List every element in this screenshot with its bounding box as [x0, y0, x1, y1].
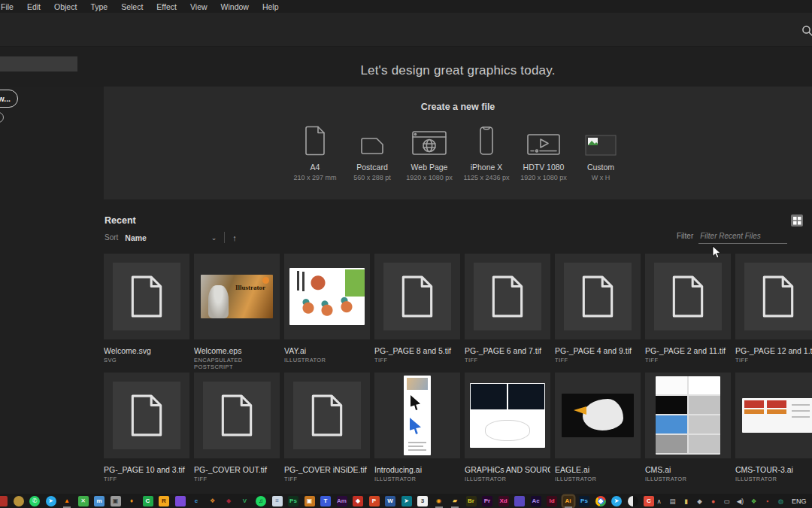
app-am-purple-icon[interactable]: Am	[337, 496, 347, 506]
app-m-blue-icon[interactable]: m	[94, 496, 105, 506]
template-hdtv-1080[interactable]: HDTV 1080 1920 x 1080 px	[517, 120, 571, 181]
template-postcard[interactable]: Postcard 560 x 288 pt	[345, 120, 399, 181]
app-v-green-icon[interactable]: V	[240, 496, 250, 506]
notepad-icon[interactable]: ≡	[272, 496, 283, 506]
menu-view[interactable]: View	[183, 2, 214, 11]
menu-type[interactable]: Type	[83, 2, 114, 11]
menu-window[interactable]: Window	[214, 2, 256, 11]
chrome-icon[interactable]	[595, 496, 606, 506]
recent-file-card[interactable]: PG-_PAGE 10 and 3.tif TIFF	[104, 373, 189, 484]
file-thumb	[104, 373, 189, 458]
app-green-x-icon[interactable]: ✕	[78, 496, 89, 506]
menu-object[interactable]: Object	[47, 2, 83, 11]
telegram-icon[interactable]: ➤	[46, 496, 56, 506]
recent-file-card[interactable]: VAY.ai ILLUSTRATOR	[284, 254, 370, 365]
bridge-icon[interactable]: Br	[466, 496, 477, 506]
word-icon[interactable]: W	[385, 496, 395, 506]
app-teal-arrow-icon[interactable]: ➤	[401, 496, 412, 506]
menu-select[interactable]: Select	[114, 2, 150, 11]
app-c-red-icon[interactable]: C	[644, 496, 654, 506]
recent-file-card[interactable]: PG-_PAGE 6 and 7.tif TIFF	[465, 254, 550, 365]
tray-network-icon[interactable]: ▭	[722, 496, 732, 506]
menu-effect[interactable]: Effect	[150, 2, 183, 11]
hdtv-icon	[517, 120, 571, 156]
vlc-icon[interactable]: ▲	[62, 496, 72, 506]
recent-file-card[interactable]: Welcome.svg SVG	[104, 254, 189, 365]
recent-file-card[interactable]: PG-_PAGE 2 and 11.tif TIFF	[645, 254, 731, 365]
tray-usb-icon[interactable]: ▤	[668, 496, 677, 506]
eagle-thumbnail-art	[562, 394, 634, 437]
illustrator-icon[interactable]: Ai	[563, 496, 574, 506]
recent-file-card[interactable]: CMS.ai ILLUSTRATOR	[645, 373, 731, 484]
tray-key-icon[interactable]: ●	[708, 496, 718, 506]
menu-help[interactable]: Help	[256, 2, 286, 11]
sidebar-selected-item[interactable]	[0, 56, 77, 71]
app-red-partial-icon[interactable]	[0, 496, 8, 506]
recent-file-card[interactable]: PG-_COVER OUT.tif TIFF	[194, 373, 280, 484]
file-name: CMS-TOUR-3.ai	[735, 465, 812, 474]
app-paw-icon[interactable]: ❖	[208, 496, 218, 506]
file-type: ENCAPSULATED POSTSCRIPT	[194, 357, 280, 370]
recent-file-card[interactable]: CMS-TOUR-3.ai ILLUSTRATOR	[735, 373, 812, 484]
powerpoint-icon[interactable]: P	[369, 496, 380, 506]
app-bw-circle-icon[interactable]	[628, 496, 638, 506]
tray-app-teal-icon[interactable]: ◍	[776, 496, 786, 506]
generic-file-icon	[293, 382, 361, 449]
tray-volume-icon[interactable]: ◀)	[735, 496, 745, 506]
telegram-2-icon[interactable]: ➤	[611, 496, 622, 506]
tray-lock-icon[interactable]: ▮	[681, 496, 691, 506]
recent-file-card[interactable]: PG-_PAGE 8 and 5.tif TIFF	[374, 254, 460, 365]
new-file-button[interactable]: New...	[0, 90, 18, 108]
photoshop-icon[interactable]: Ps	[579, 496, 589, 506]
file-name: VAY.ai	[284, 346, 370, 355]
sort-label: Sort	[105, 233, 118, 242]
search-icon[interactable]	[801, 25, 812, 37]
whatsapp-icon[interactable]: ✆	[29, 496, 40, 506]
template-iphone-x[interactable]: iPhone X 1125 x 2436 px	[459, 120, 514, 181]
template-custom[interactable]: Custom W x H	[574, 120, 628, 181]
template-a4[interactable]: A4 210 x 297 mm	[288, 120, 342, 181]
app-gold-icon[interactable]	[14, 496, 24, 506]
file-name: PG-_PAGE 10 and 3.tif	[104, 465, 189, 474]
premiere-icon[interactable]: Pr	[482, 496, 492, 506]
app-indigo-icon[interactable]	[514, 496, 525, 506]
sort-direction-button[interactable]: ↑	[232, 233, 237, 242]
recent-file-card[interactable]: PG-_PAGE 4 and 9.tif TIFF	[555, 254, 641, 365]
recent-file-card[interactable]: PG-_PAGE 12 and 1.tif TIFF	[735, 254, 812, 365]
grid-view-button[interactable]	[791, 214, 803, 227]
template-web-page[interactable]: Web Page 1920 x 1080 px	[402, 120, 456, 181]
tray-chevron-up-icon[interactable]: ∧	[654, 496, 664, 506]
app-c-green-icon[interactable]: C	[143, 496, 153, 506]
tray-shield-icon[interactable]: ❖	[749, 496, 759, 506]
recent-file-card[interactable]: GRAPHiCs AND SOURCEs.ai ILLUSTRATOR	[465, 373, 550, 484]
tray-red-badge-icon[interactable]: ▪	[762, 496, 772, 506]
file-thumb	[735, 373, 812, 458]
recent-file-card[interactable]: PG-_COVER iNSiDE.tif TIFF	[284, 373, 370, 484]
file-explorer-icon[interactable]: ▰	[450, 496, 460, 506]
tray-dropbox-icon[interactable]: ◆	[695, 496, 704, 506]
app-gray-cam-icon[interactable]: ▣	[111, 496, 121, 506]
indesign-icon[interactable]: Id	[547, 496, 557, 506]
filter-recent-files-input[interactable]	[698, 230, 787, 244]
recent-file-card[interactable]: Illustrator Welcome.eps ENCAPSULATED POS…	[194, 254, 280, 365]
menu-file[interactable]: File	[0, 2, 20, 11]
app-red-3d-icon[interactable]: ◆	[353, 496, 363, 506]
app-three-icon[interactable]: 3	[417, 496, 428, 506]
app-r-orange-icon[interactable]: R	[159, 496, 169, 506]
language-indicator[interactable]: ENG	[792, 497, 807, 505]
app-purple-icon[interactable]	[175, 496, 186, 506]
download-manager-icon[interactable]: ◉	[434, 496, 444, 506]
spotify-icon[interactable]: ♫	[256, 496, 266, 506]
sort-dropdown[interactable]: Name ⌄	[125, 233, 217, 242]
app-ps-green-icon[interactable]: Ps	[288, 496, 298, 506]
recent-file-card[interactable]: EAGLE.ai ILLUSTRATOR	[555, 373, 641, 484]
app-flame-icon[interactable]: ♦	[126, 496, 137, 506]
app-red-diamond-icon[interactable]: ◆	[223, 496, 234, 506]
adobe-xd-icon[interactable]: Xd	[498, 496, 509, 506]
app-orange-box-icon[interactable]: ▣	[304, 496, 315, 506]
edge-icon[interactable]: e	[191, 496, 201, 506]
app-t-blue-icon[interactable]: T	[320, 496, 331, 506]
recent-file-card[interactable]: Introducing.ai ILLUSTRATOR	[374, 373, 460, 484]
menu-edit[interactable]: Edit	[20, 2, 47, 11]
after-effects-icon[interactable]: Ae	[531, 496, 541, 506]
